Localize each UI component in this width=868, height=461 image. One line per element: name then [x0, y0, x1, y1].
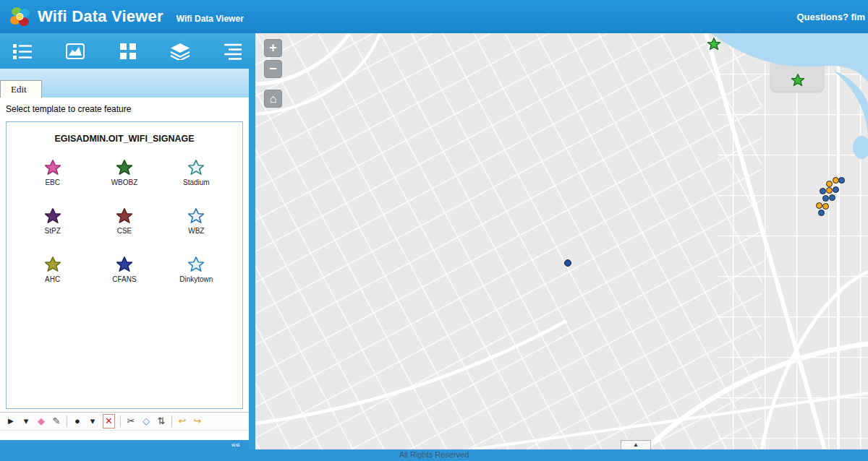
- template-label: WBZ: [188, 227, 204, 235]
- template-label: CFANS: [112, 275, 136, 283]
- wifi-feature-dot[interactable]: [816, 202, 822, 209]
- wifi-feature-dot[interactable]: [818, 210, 825, 216]
- template-item-wbobz[interactable]: WBOBZ: [111, 160, 138, 186]
- main-content: Edit Select template to create feature E…: [0, 33, 868, 449]
- app-window: Wifi Data Viewer Wifi Data Viewer Questi…: [0, 0, 868, 461]
- wifi-feature-dot[interactable]: [822, 195, 829, 202]
- star-icon: [188, 160, 204, 176]
- app-subtitle: Wifi Data Viewer: [176, 14, 244, 24]
- template-group-title: EGISADMIN.OIT_WIFI_SIGNAGE: [7, 122, 242, 144]
- sidebar-divider: [249, 69, 255, 449]
- wifi-feature-star[interactable]: [791, 74, 804, 90]
- wifi-feature-dot[interactable]: [829, 194, 835, 201]
- cut-tool[interactable]: ✂: [126, 415, 136, 428]
- sidebar-tabstrip: Edit: [0, 69, 249, 98]
- attributes-tool[interactable]: ✎: [51, 415, 61, 428]
- legend-icon[interactable]: [12, 42, 33, 61]
- app-title: Wifi Data Viewer: [38, 7, 163, 26]
- undo-button[interactable]: ↩: [177, 415, 187, 428]
- star-icon: [188, 257, 204, 272]
- template-label: Dinkytown: [179, 275, 213, 283]
- home-button[interactable]: ⌂: [264, 90, 282, 108]
- template-item-ahc[interactable]: AHC: [45, 257, 61, 283]
- map-markers: [255, 33, 868, 449]
- star-icon: [116, 257, 132, 272]
- template-item-dinkytown[interactable]: Dinkytown: [179, 257, 213, 283]
- template-item-stadium[interactable]: Stadium: [183, 160, 210, 186]
- toolbar-separator: [67, 415, 67, 427]
- footer-bar: All Rights Reserved: [0, 449, 868, 461]
- toolbar-separator: [120, 415, 121, 427]
- tab-edit[interactable]: Edit: [0, 80, 42, 98]
- measure-tool[interactable]: ⇅: [156, 415, 166, 428]
- star-icon: [116, 160, 132, 176]
- template-item-stpz[interactable]: StPZ: [45, 208, 61, 235]
- wifi-feature-star[interactable]: [707, 38, 720, 53]
- template-label: AHC: [45, 275, 60, 283]
- sidebar-toolbar: [0, 33, 255, 69]
- eraser-tool[interactable]: ◆: [36, 415, 46, 428]
- edit-toolbar: ►▾◆✎●▾✕✂◇⇅↩↪: [0, 412, 249, 431]
- point-dropdown[interactable]: ▾: [88, 415, 98, 428]
- details-icon[interactable]: [222, 42, 244, 61]
- wifi-feature-dot-center[interactable]: [564, 259, 571, 267]
- layers-icon[interactable]: [169, 42, 191, 61]
- template-label: CSE: [117, 227, 132, 235]
- wifi-feature-dot[interactable]: [820, 188, 826, 194]
- toolbar-separator: [171, 415, 172, 427]
- star-icon: [45, 208, 61, 224]
- star-icon: [116, 208, 132, 224]
- chart-icon[interactable]: [64, 42, 86, 61]
- template-label: StPZ: [45, 227, 61, 235]
- map-canvas[interactable]: + − ⌂ ▲: [255, 33, 868, 449]
- star-icon: [45, 257, 61, 272]
- map-collapse-button[interactable]: ▲: [621, 440, 651, 449]
- point-tool[interactable]: ●: [72, 415, 82, 428]
- grid-icon[interactable]: [117, 42, 139, 61]
- template-item-cfans[interactable]: CFANS: [112, 257, 136, 283]
- template-label: Stadium: [183, 178, 210, 186]
- wifi-feature-dot[interactable]: [822, 203, 829, 210]
- questions-link[interactable]: Questions? fim: [796, 12, 865, 22]
- template-item-wbz[interactable]: WBZ: [188, 208, 204, 235]
- star-icon: [707, 38, 720, 51]
- select-tool[interactable]: ►: [6, 415, 16, 428]
- template-label: WBOBZ: [111, 178, 138, 186]
- reshape-tool[interactable]: ◇: [141, 415, 151, 428]
- template-label: EBC: [45, 178, 60, 186]
- star-icon: [45, 160, 61, 176]
- sidebar-collapse-button[interactable]: ««: [0, 440, 249, 449]
- redo-button[interactable]: ↪: [192, 415, 203, 428]
- star-icon: [791, 74, 804, 87]
- wifi-feature-dot[interactable]: [833, 186, 839, 193]
- footer-text: All Rights Reserved: [399, 450, 469, 459]
- template-instruction: Select template to create feature: [0, 98, 249, 119]
- delete-tool[interactable]: ✕: [103, 414, 115, 428]
- select-dropdown[interactable]: ▾: [21, 415, 31, 428]
- zoom-in-button[interactable]: +: [264, 39, 282, 57]
- wifi-feature-dot[interactable]: [826, 181, 833, 187]
- sidebar: Edit Select template to create feature E…: [0, 33, 255, 449]
- star-icon: [188, 208, 204, 224]
- zoom-out-button[interactable]: −: [264, 60, 282, 78]
- sidebar-spacer: [0, 431, 249, 440]
- template-item-ebc[interactable]: EBC: [45, 160, 61, 186]
- wifi-feature-dot[interactable]: [838, 177, 845, 184]
- template-picker: EGISADMIN.OIT_WIFI_SIGNAGE EBCWBOBZStadi…: [6, 121, 243, 409]
- header-bar: Wifi Data Viewer Wifi Data Viewer Questi…: [0, 0, 868, 33]
- wifi-feature-dot[interactable]: [826, 187, 833, 194]
- template-grid: EBCWBOBZStadiumStPZCSEWBZAHCCFANSDinkyto…: [7, 144, 242, 283]
- template-item-cse[interactable]: CSE: [116, 208, 132, 235]
- app-logo-icon: [9, 5, 32, 28]
